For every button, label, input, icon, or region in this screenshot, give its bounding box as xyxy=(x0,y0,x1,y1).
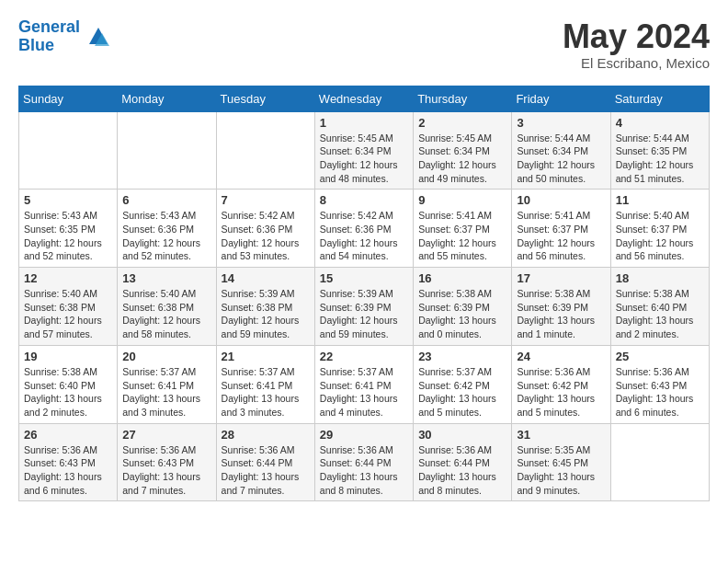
day-cell: 1Sunrise: 5:45 AMSunset: 6:34 PMDaylight… xyxy=(314,111,413,190)
day-number: 29 xyxy=(320,428,408,442)
logo: General Blue xyxy=(18,18,111,55)
col-header-thursday: Thursday xyxy=(414,86,512,111)
day-number: 21 xyxy=(222,350,310,363)
day-info: Sunrise: 5:36 AMSunset: 6:44 PMDaylight:… xyxy=(320,443,408,498)
day-number: 4 xyxy=(616,116,704,130)
day-number: 24 xyxy=(517,350,605,363)
day-cell: 31Sunrise: 5:35 AMSunset: 6:45 PMDayligh… xyxy=(512,423,610,501)
day-cell: 4Sunrise: 5:44 AMSunset: 6:35 PMDaylight… xyxy=(610,111,709,190)
day-cell: 6Sunrise: 5:43 AMSunset: 6:36 PMDaylight… xyxy=(118,190,216,268)
day-number: 30 xyxy=(418,428,506,442)
col-header-tuesday: Tuesday xyxy=(216,86,314,111)
day-number: 13 xyxy=(122,271,210,285)
day-cell xyxy=(610,423,709,501)
week-row-1: 1Sunrise: 5:45 AMSunset: 6:34 PMDaylight… xyxy=(19,111,710,190)
day-cell: 25Sunrise: 5:36 AMSunset: 6:43 PMDayligh… xyxy=(610,345,709,423)
day-info: Sunrise: 5:37 AMSunset: 6:41 PMDaylight:… xyxy=(222,365,310,419)
day-cell: 23Sunrise: 5:37 AMSunset: 6:42 PMDayligh… xyxy=(414,345,512,423)
day-info: Sunrise: 5:37 AMSunset: 6:41 PMDaylight:… xyxy=(122,365,210,419)
day-info: Sunrise: 5:39 AMSunset: 6:38 PMDaylight:… xyxy=(222,287,310,341)
day-cell: 17Sunrise: 5:38 AMSunset: 6:39 PMDayligh… xyxy=(512,268,610,346)
day-info: Sunrise: 5:42 AMSunset: 6:36 PMDaylight:… xyxy=(222,209,310,263)
day-number: 3 xyxy=(517,116,605,130)
day-number: 20 xyxy=(122,350,210,363)
day-number: 5 xyxy=(24,193,112,207)
day-number: 18 xyxy=(616,271,704,285)
day-number: 31 xyxy=(517,428,605,442)
day-info: Sunrise: 5:40 AMSunset: 6:37 PMDaylight:… xyxy=(616,209,704,263)
day-number: 6 xyxy=(122,193,210,207)
day-info: Sunrise: 5:42 AMSunset: 6:36 PMDaylight:… xyxy=(320,209,408,263)
day-info: Sunrise: 5:36 AMSunset: 6:43 PMDaylight:… xyxy=(616,365,704,419)
calendar-header-row: SundayMondayTuesdayWednesdayThursdayFrid… xyxy=(19,86,710,111)
day-cell: 2Sunrise: 5:45 AMSunset: 6:34 PMDaylight… xyxy=(414,111,512,190)
logo-icon xyxy=(85,24,111,50)
calendar-body: 1Sunrise: 5:45 AMSunset: 6:34 PMDaylight… xyxy=(19,111,710,501)
day-cell: 21Sunrise: 5:37 AMSunset: 6:41 PMDayligh… xyxy=(216,345,314,423)
day-cell: 30Sunrise: 5:36 AMSunset: 6:44 PMDayligh… xyxy=(414,423,512,501)
day-number: 25 xyxy=(616,350,704,363)
day-cell: 27Sunrise: 5:36 AMSunset: 6:43 PMDayligh… xyxy=(118,423,216,501)
location: El Escribano, Mexico xyxy=(563,55,710,71)
day-cell xyxy=(19,111,118,190)
day-cell: 7Sunrise: 5:42 AMSunset: 6:36 PMDaylight… xyxy=(216,190,314,268)
day-cell: 18Sunrise: 5:38 AMSunset: 6:40 PMDayligh… xyxy=(610,268,709,346)
day-number: 19 xyxy=(24,350,112,363)
day-cell: 19Sunrise: 5:38 AMSunset: 6:40 PMDayligh… xyxy=(19,345,118,423)
col-header-sunday: Sunday xyxy=(19,86,118,111)
day-cell: 15Sunrise: 5:39 AMSunset: 6:39 PMDayligh… xyxy=(314,268,413,346)
day-info: Sunrise: 5:37 AMSunset: 6:42 PMDaylight:… xyxy=(418,365,506,419)
day-cell: 11Sunrise: 5:40 AMSunset: 6:37 PMDayligh… xyxy=(610,190,709,268)
day-number: 7 xyxy=(222,193,310,207)
day-info: Sunrise: 5:35 AMSunset: 6:45 PMDaylight:… xyxy=(517,443,605,498)
day-cell: 16Sunrise: 5:38 AMSunset: 6:39 PMDayligh… xyxy=(414,268,512,346)
day-cell: 8Sunrise: 5:42 AMSunset: 6:36 PMDaylight… xyxy=(314,190,413,268)
day-cell: 12Sunrise: 5:40 AMSunset: 6:38 PMDayligh… xyxy=(19,268,118,346)
day-number: 2 xyxy=(418,116,506,130)
day-number: 22 xyxy=(320,350,408,363)
day-number: 14 xyxy=(222,271,310,285)
title-block: May 2024 El Escribano, Mexico xyxy=(563,18,710,71)
day-number: 9 xyxy=(418,193,506,207)
day-info: Sunrise: 5:36 AMSunset: 6:43 PMDaylight:… xyxy=(122,443,210,498)
col-header-monday: Monday xyxy=(118,86,216,111)
day-number: 11 xyxy=(616,193,704,207)
day-number: 16 xyxy=(418,271,506,285)
day-cell: 29Sunrise: 5:36 AMSunset: 6:44 PMDayligh… xyxy=(314,423,413,501)
day-cell xyxy=(216,111,314,190)
logo-subtext: Blue xyxy=(18,37,80,55)
day-cell: 28Sunrise: 5:36 AMSunset: 6:44 PMDayligh… xyxy=(216,423,314,501)
calendar-table: SundayMondayTuesdayWednesdayThursdayFrid… xyxy=(18,86,710,502)
day-info: Sunrise: 5:41 AMSunset: 6:37 PMDaylight:… xyxy=(418,209,506,263)
day-cell: 14Sunrise: 5:39 AMSunset: 6:38 PMDayligh… xyxy=(216,268,314,346)
day-number: 28 xyxy=(222,428,310,442)
day-info: Sunrise: 5:40 AMSunset: 6:38 PMDaylight:… xyxy=(24,287,112,341)
day-info: Sunrise: 5:38 AMSunset: 6:40 PMDaylight:… xyxy=(616,287,704,341)
day-number: 27 xyxy=(122,428,210,442)
day-number: 17 xyxy=(517,271,605,285)
day-cell: 5Sunrise: 5:43 AMSunset: 6:35 PMDaylight… xyxy=(19,190,118,268)
day-info: Sunrise: 5:39 AMSunset: 6:39 PMDaylight:… xyxy=(320,287,408,341)
day-info: Sunrise: 5:45 AMSunset: 6:34 PMDaylight:… xyxy=(418,132,506,186)
day-info: Sunrise: 5:36 AMSunset: 6:44 PMDaylight:… xyxy=(222,443,310,498)
week-row-5: 26Sunrise: 5:36 AMSunset: 6:43 PMDayligh… xyxy=(19,423,710,501)
col-header-wednesday: Wednesday xyxy=(314,86,413,111)
day-info: Sunrise: 5:41 AMSunset: 6:37 PMDaylight:… xyxy=(517,209,605,263)
day-info: Sunrise: 5:44 AMSunset: 6:34 PMDaylight:… xyxy=(517,132,605,186)
day-cell xyxy=(118,111,216,190)
day-info: Sunrise: 5:38 AMSunset: 6:39 PMDaylight:… xyxy=(418,287,506,341)
day-cell: 10Sunrise: 5:41 AMSunset: 6:37 PMDayligh… xyxy=(512,190,610,268)
day-info: Sunrise: 5:36 AMSunset: 6:42 PMDaylight:… xyxy=(517,365,605,419)
col-header-saturday: Saturday xyxy=(610,86,709,111)
day-number: 26 xyxy=(24,428,112,442)
week-row-2: 5Sunrise: 5:43 AMSunset: 6:35 PMDaylight… xyxy=(19,190,710,268)
day-info: Sunrise: 5:36 AMSunset: 6:44 PMDaylight:… xyxy=(418,443,506,498)
day-cell: 20Sunrise: 5:37 AMSunset: 6:41 PMDayligh… xyxy=(118,345,216,423)
month-title: May 2024 xyxy=(563,18,710,55)
day-info: Sunrise: 5:44 AMSunset: 6:35 PMDaylight:… xyxy=(616,132,704,186)
day-cell: 9Sunrise: 5:41 AMSunset: 6:37 PMDaylight… xyxy=(414,190,512,268)
day-cell: 13Sunrise: 5:40 AMSunset: 6:38 PMDayligh… xyxy=(118,268,216,346)
day-number: 1 xyxy=(320,116,408,130)
day-cell: 22Sunrise: 5:37 AMSunset: 6:41 PMDayligh… xyxy=(314,345,413,423)
day-number: 12 xyxy=(24,271,112,285)
